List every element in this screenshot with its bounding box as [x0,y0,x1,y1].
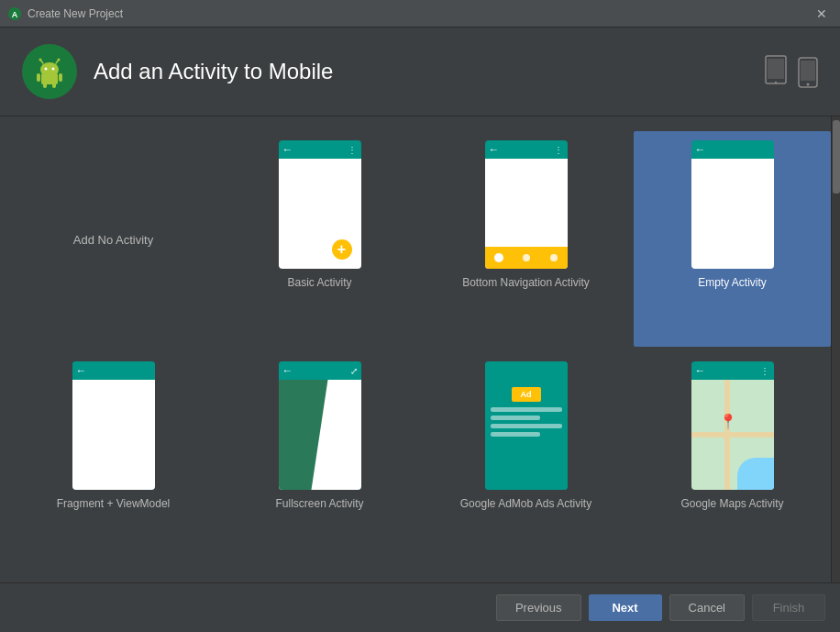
svg-point-7 [58,59,61,61]
scrollbar-thumb[interactable] [833,120,840,194]
svg-rect-10 [41,73,58,84]
activity-item-admob[interactable]: Ad Google AdMob Ads Activity [427,352,624,568]
activity-item-bottom-nav[interactable]: ← ⋮ Bottom Navigation Activity [427,131,624,347]
close-button[interactable]: ✕ [811,6,833,22]
svg-rect-19 [801,61,815,81]
android-logo [22,44,77,99]
svg-point-5 [39,59,42,61]
title-bar: A Create New Project ✕ [0,0,840,28]
fullscreen-label: Fullscreen Activity [275,497,363,510]
activity-item-fragment[interactable]: ← Fragment + ViewModel [15,352,212,568]
activity-item-empty[interactable]: ← Empty Activity [634,131,831,347]
svg-rect-13 [43,83,47,88]
fullscreen-mockup: ← ⤢ [279,361,361,490]
maps-mockup: ← ⋮ 📍 [691,361,774,490]
svg-point-9 [52,68,55,71]
svg-text:A: A [12,10,18,19]
basic-activity-label: Basic Activity [287,276,351,289]
dialog-footer: Previous Next Cancel Finish [0,582,840,632]
device-icons [765,55,818,88]
bottom-nav-label: Bottom Navigation Activity [462,276,590,289]
previous-button[interactable]: Previous [496,594,581,621]
basic-activity-mockup: ← ⋮ + [279,140,361,269]
activity-item-basic[interactable]: ← ⋮ + Basic Activity [221,131,418,347]
main-content: Add No Activity ← ⋮ + Basic Activity [0,116,840,582]
svg-rect-11 [37,73,40,82]
svg-rect-14 [52,83,56,88]
finish-button[interactable]: Finish [752,594,825,621]
app-icon: A [7,6,22,21]
svg-point-20 [807,83,810,86]
activity-item-maps[interactable]: ← ⋮ 📍 Google Maps Activity [634,352,831,568]
svg-point-8 [45,68,48,71]
activity-item-fullscreen[interactable]: ← ⤢ Fullscreen Activity [221,352,418,568]
empty-activity-label: Empty Activity [698,276,767,289]
no-activity-label: Add No Activity [73,233,153,247]
next-button[interactable]: Next [589,594,662,621]
admob-mockup: Ad [485,361,568,490]
svg-rect-16 [768,59,784,79]
cancel-button[interactable]: Cancel [669,594,745,621]
dialog-header: Add an Activity to Mobile [0,28,840,116]
svg-point-17 [775,82,777,83]
maps-label: Google Maps Activity [680,497,783,510]
bottom-nav-mockup: ← ⋮ [485,140,568,269]
page-title: Add an Activity to Mobile [94,59,765,84]
activity-item-no-activity[interactable]: Add No Activity [15,131,212,347]
vertical-scrollbar[interactable] [831,116,840,582]
admob-label: Google AdMob Ads Activity [460,497,591,510]
svg-rect-12 [59,73,62,82]
empty-activity-mockup: ← [691,140,774,269]
fragment-label: Fragment + ViewModel [57,497,171,510]
window-title: Create New Project [28,7,811,20]
